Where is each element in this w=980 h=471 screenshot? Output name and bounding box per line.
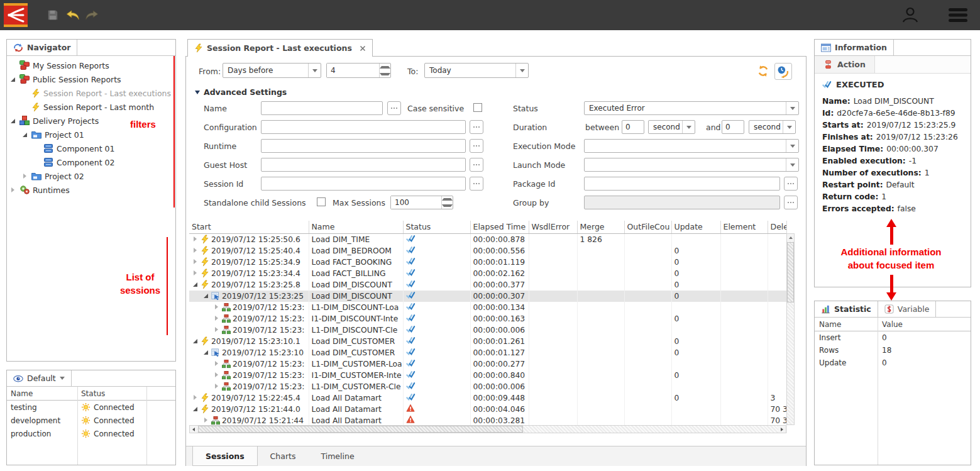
view-tab-sessions[interactable]: Sessions: [192, 446, 258, 466]
tab-session-report-last-executions[interactable]: Session Report - Last executions: [187, 39, 373, 57]
runtime-input[interactable]: [261, 139, 466, 153]
configuration-browse-button[interactable]: [470, 120, 483, 134]
view-tab-charts[interactable]: Charts: [258, 446, 309, 466]
session-row[interactable]: 2019/07/12 15:21:44Load All Datamart00:0…: [189, 415, 786, 426]
expander-icon[interactable]: [193, 395, 199, 401]
expander-icon[interactable]: [214, 316, 220, 321]
duration-min-input[interactable]: [622, 120, 644, 134]
to-preset-dropdown[interactable]: Today: [424, 63, 529, 78]
expander-icon[interactable]: [204, 350, 209, 355]
runtime-view-selector[interactable]: Default: [7, 370, 72, 386]
expander-icon[interactable]: [11, 77, 16, 82]
nav-item-project-02[interactable]: Project 02: [7, 169, 175, 183]
scroll-right-icon[interactable]: [778, 426, 786, 433]
scroll-up-icon[interactable]: [787, 234, 794, 241]
package-id-browse-button[interactable]: [784, 177, 798, 191]
expander-icon[interactable]: [193, 259, 199, 265]
expander-icon[interactable]: [193, 406, 199, 412]
hamburger-menu-icon[interactable]: [947, 8, 969, 23]
undo-icon[interactable]: [65, 9, 80, 21]
from-value-input[interactable]: [327, 64, 379, 77]
view-tab-timeline[interactable]: Timeline: [308, 446, 366, 466]
expander-icon[interactable]: [204, 293, 209, 299]
column-header-element[interactable]: Element: [720, 221, 768, 233]
name-browse-button[interactable]: [387, 101, 401, 115]
duration-min-unit-dropdown[interactable]: second: [648, 120, 695, 134]
session-row[interactable]: 2019/07/12 15:23:L1-DIM_CUSTOMER-Cle00:0…: [189, 381, 786, 392]
nav-item-component-02[interactable]: Component 02: [7, 155, 175, 169]
expander-icon[interactable]: [23, 132, 28, 138]
expander-icon[interactable]: [214, 327, 220, 333]
nav-item-session-report-last-executions[interactable]: Session Report - Last executions: [7, 86, 175, 100]
session-row[interactable]: 2019/07/12 15:23:34.4Load FACT_BILLING00…: [189, 268, 786, 279]
expander-icon[interactable]: [214, 384, 220, 389]
package-id-input[interactable]: [584, 177, 780, 191]
guest-host-input[interactable]: [261, 158, 466, 172]
max-sessions-stepper[interactable]: [390, 196, 453, 209]
expander-icon[interactable]: [204, 418, 209, 423]
runtime-row[interactable]: testingConnected: [7, 401, 175, 414]
close-icon[interactable]: [360, 45, 366, 52]
expander-icon[interactable]: [214, 361, 220, 367]
tab-variable[interactable]: Variable: [878, 301, 937, 317]
expander-icon[interactable]: [214, 372, 220, 378]
session-row[interactable]: 2019/07/12 15:25:40.4Load DIM_BEDROOM00:…: [189, 245, 786, 257]
nav-item-project-01[interactable]: Project 01: [7, 128, 175, 141]
runtime-row[interactable]: developmentConnected: [7, 414, 175, 427]
status-dropdown[interactable]: Executed Error: [584, 101, 799, 115]
column-header-status[interactable]: Status: [403, 221, 470, 233]
navigator-header-tab[interactable]: Navigator: [7, 40, 77, 55]
scrollbar-thumb[interactable]: [198, 426, 523, 433]
expander-icon[interactable]: [214, 304, 220, 310]
session-row[interactable]: 2019/07/12 15:21:44.0Load All Datamart00…: [189, 404, 786, 415]
session-row[interactable]: 2019/07/12 15:22:45.4Load All Datamart00…: [189, 392, 786, 404]
runtime-browse-button[interactable]: [470, 139, 483, 153]
column-header-update[interactable]: Update: [671, 221, 720, 233]
nav-item-runtimes[interactable]: Runtimes: [7, 183, 175, 197]
nav-item-session-report-last-month[interactable]: Session Report - Last month: [7, 100, 175, 114]
statistic-row[interactable]: Update0: [815, 357, 971, 369]
session-row[interactable]: 2019/07/12 15:23:I1-DIM_DISCOUNT-Inte00:…: [189, 313, 786, 324]
column-header-delet[interactable]: Delet: [768, 221, 786, 233]
advanced-settings-toggle[interactable]: Advanced Settings: [195, 87, 287, 97]
column-header-merge[interactable]: Merge: [577, 221, 624, 233]
statistic-row[interactable]: Rows18: [815, 344, 971, 357]
runtime-row[interactable]: productionConnected: [7, 427, 175, 440]
nav-item-my-session-reports[interactable]: My Session Reports: [7, 58, 175, 72]
expander-icon[interactable]: [11, 187, 16, 193]
session-id-browse-button[interactable]: [470, 177, 483, 191]
app-logo-icon[interactable]: [4, 3, 28, 27]
scroll-left-icon[interactable]: [190, 426, 197, 433]
horizontal-scrollbar[interactable]: [189, 425, 786, 433]
refresh-icon[interactable]: [757, 65, 769, 77]
redo-icon[interactable]: [84, 9, 99, 21]
user-icon[interactable]: [900, 5, 920, 25]
session-row[interactable]: 2019/07/12 15:23:10.1Load DIM_CUSTOMER00…: [189, 336, 786, 347]
session-row[interactable]: 2019/07/12 15:23:L1-DIM_DISCOUNT-Cle00:0…: [189, 324, 786, 336]
vertical-scrollbar[interactable]: [786, 233, 795, 425]
configuration-input[interactable]: [261, 120, 466, 134]
session-row[interactable]: 2019/07/12 15:23:25Load DIM_DISCOUNT00:0…: [189, 291, 786, 302]
from-preset-dropdown[interactable]: Days before: [223, 63, 321, 78]
standalone-checkbox[interactable]: [317, 197, 326, 206]
column-header-outfilecou[interactable]: OutFileCou: [624, 221, 671, 233]
nav-item-component-01[interactable]: Component 01: [7, 141, 175, 155]
expander-icon[interactable]: [193, 338, 199, 344]
session-row[interactable]: 2019/07/12 15:23:L1-DIM_CUSTOMER-Loa00:0…: [189, 358, 786, 370]
duration-max-unit-dropdown[interactable]: second: [749, 120, 796, 134]
name-filter-input[interactable]: [261, 101, 383, 115]
session-row[interactable]: 2019/07/12 15:23:25.8Load DIM_DISCOUNT00…: [189, 279, 786, 291]
column-header-wsdlerror[interactable]: WsdlError: [529, 221, 577, 233]
session-row[interactable]: 2019/07/12 15:23:I1-DIM_CUSTOMER-Inte00:…: [189, 370, 786, 381]
save-icon[interactable]: [47, 9, 59, 21]
column-header-start[interactable]: Start: [189, 221, 309, 233]
statistic-row[interactable]: Insert0: [815, 331, 971, 344]
auto-refresh-button[interactable]: [774, 63, 792, 80]
session-row[interactable]: 2019/07/12 15:23:L1-DIM_DISCOUNT-Loa00:0…: [189, 302, 786, 313]
expander-icon[interactable]: [193, 282, 199, 287]
launch-mode-dropdown[interactable]: [584, 158, 799, 172]
group-by-browse-button[interactable]: [784, 196, 798, 209]
scrollbar-thumb[interactable]: [787, 242, 794, 302]
expander-icon[interactable]: [23, 174, 28, 179]
guest-host-browse-button[interactable]: [470, 158, 483, 172]
